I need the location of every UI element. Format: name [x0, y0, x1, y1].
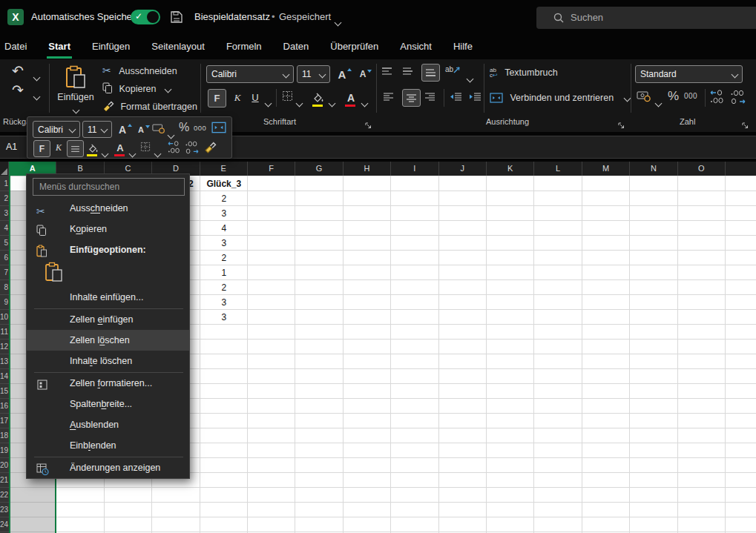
- cell-E5[interactable]: 3: [200, 236, 248, 251]
- cell-E6[interactable]: 2: [200, 251, 248, 265]
- underline-dropdown-icon[interactable]: [266, 96, 271, 109]
- mini-format-painter-button[interactable]: [204, 141, 217, 153]
- row-header-10[interactable]: 10: [0, 310, 9, 325]
- row-header-1[interactable]: 1: [0, 176, 9, 191]
- column-header-E[interactable]: E: [200, 162, 248, 176]
- fill-color-dropdown-icon[interactable]: [329, 96, 335, 109]
- bold-button[interactable]: F: [208, 89, 226, 107]
- mini-italic-button[interactable]: K: [53, 140, 65, 156]
- tab-Formeln[interactable]: Formeln: [225, 35, 263, 59]
- increase-font-button[interactable]: A: [335, 65, 353, 83]
- font-name-combo[interactable]: Calibri: [206, 65, 294, 83]
- font-dialog-launcher[interactable]: [365, 119, 372, 132]
- column-header-M[interactable]: M: [582, 162, 630, 176]
- row-header-23[interactable]: 23: [0, 503, 9, 517]
- accounting-dropdown-icon[interactable]: [656, 96, 661, 109]
- column-header-O[interactable]: O: [678, 162, 726, 176]
- column-header-H[interactable]: H: [344, 162, 391, 176]
- accounting-format-button[interactable]: [637, 90, 651, 102]
- tab-Start[interactable]: Start: [47, 35, 72, 59]
- row-header-17[interactable]: 17: [0, 414, 9, 428]
- menu-item-copy[interactable]: Kopieren: [27, 219, 189, 239]
- align-right-button[interactable]: [424, 92, 435, 101]
- row-header-19[interactable]: 19: [0, 443, 9, 458]
- align-left-button[interactable]: [383, 92, 394, 101]
- tab-Seitenlayout[interactable]: Seitenlayout: [150, 35, 206, 59]
- font-color-button[interactable]: A: [344, 89, 358, 106]
- mini-font-name-combo[interactable]: Calibri: [33, 121, 80, 138]
- mini-borders-dropdown-icon[interactable]: [155, 146, 160, 159]
- column-header-L[interactable]: L: [534, 162, 582, 176]
- row-header-12[interactable]: 12: [0, 340, 9, 354]
- row-header-7[interactable]: 7: [0, 265, 9, 280]
- mini-decrease-font-button[interactable]: A: [135, 122, 151, 138]
- undo-button[interactable]: ↶: [12, 62, 24, 79]
- paste-option-button[interactable]: [45, 262, 67, 284]
- row-header-3[interactable]: 3: [0, 206, 9, 221]
- mini-accounting-button[interactable]: [152, 123, 165, 134]
- mini-font-size-combo[interactable]: 11: [82, 121, 112, 138]
- borders-button[interactable]: [282, 90, 293, 102]
- menu-item-show-changes[interactable]: Änderungen anzeigen: [27, 457, 189, 478]
- tab-Ansicht[interactable]: Ansicht: [398, 35, 433, 59]
- cell-E4[interactable]: 4: [200, 221, 248, 236]
- name-box[interactable]: A1: [6, 142, 17, 152]
- column-header-I[interactable]: I: [391, 162, 438, 176]
- mini-comma-button[interactable]: 000: [194, 124, 206, 132]
- redo-button[interactable]: ↷: [12, 82, 24, 98]
- decrease-indent-button[interactable]: [450, 92, 462, 101]
- underline-button[interactable]: U: [248, 89, 263, 106]
- tab-Überprüfen[interactable]: Überprüfen: [329, 35, 380, 59]
- row-header-4[interactable]: 4: [0, 221, 9, 236]
- column-header-J[interactable]: J: [439, 162, 487, 176]
- menu-item-clear-contents[interactable]: Inhalte löschen: [27, 351, 189, 371]
- undo-dropdown[interactable]: [34, 70, 39, 83]
- row-header-18[interactable]: 18: [0, 428, 9, 443]
- menu-item-format-cells[interactable]: Zellen formatieren...: [27, 373, 189, 394]
- alignment-dialog-launcher[interactable]: [618, 119, 625, 132]
- autosave-toggle[interactable]: ✓: [131, 10, 160, 24]
- font-size-combo[interactable]: 11: [297, 65, 330, 83]
- menu-item-column-width[interactable]: Spaltenbreite...: [27, 394, 189, 414]
- cell-E1[interactable]: Glück_3: [200, 176, 248, 191]
- font-color-dropdown-icon[interactable]: [362, 96, 367, 109]
- mini-fill-dropdown-icon[interactable]: [102, 146, 108, 159]
- row-header-21[interactable]: 21: [0, 473, 9, 488]
- menu-item-delete-cells[interactable]: Zellen löschen: [27, 330, 189, 351]
- cell-E2[interactable]: 2: [200, 191, 248, 206]
- cell-E7[interactable]: 1: [200, 265, 248, 280]
- row-header-16[interactable]: 16: [0, 399, 9, 414]
- row-header-14[interactable]: 14: [0, 369, 9, 384]
- row-header-22[interactable]: 22: [0, 488, 9, 503]
- menu-item-unhide[interactable]: Einblenden: [27, 435, 189, 456]
- menu-search-input[interactable]: Menüs durchsuchen: [33, 178, 185, 196]
- column-header-F[interactable]: F: [248, 162, 295, 176]
- excel-logo-icon[interactable]: X: [7, 9, 24, 25]
- orientation-button[interactable]: ab: [445, 65, 461, 73]
- decrease-decimal-button[interactable]: [730, 90, 746, 105]
- save-icon[interactable]: [169, 10, 184, 27]
- column-header-G[interactable]: G: [295, 162, 343, 176]
- mini-merge-button[interactable]: [211, 122, 226, 133]
- increase-decimal-button[interactable]: [709, 90, 726, 105]
- menu-item-hide[interactable]: Ausblenden: [27, 414, 189, 435]
- align-top-button[interactable]: [381, 67, 392, 76]
- merge-center-button[interactable]: Verbinden und zentrieren: [490, 90, 630, 104]
- row-header-2[interactable]: 2: [0, 191, 9, 206]
- tab-Hilfe[interactable]: Hilfe: [452, 35, 474, 59]
- cell-E8[interactable]: 2: [200, 280, 248, 295]
- menu-item-cut[interactable]: ✂ Ausschneiden: [27, 198, 189, 219]
- number-format-combo[interactable]: Standard: [635, 65, 743, 83]
- row-header-15[interactable]: 15: [0, 384, 9, 399]
- wrap-text-button[interactable]: abc↩ Textumbruch: [490, 65, 558, 79]
- mini-increase-decimal-button[interactable]: [167, 141, 182, 154]
- orientation-dropdown-icon[interactable]: [467, 71, 473, 85]
- row-header-11[interactable]: 11: [0, 325, 9, 340]
- decrease-font-button[interactable]: A: [356, 65, 374, 83]
- copy-button[interactable]: Kopieren: [102, 82, 171, 95]
- mini-increase-font-button[interactable]: A: [116, 122, 133, 138]
- cell-E3[interactable]: 3: [200, 206, 248, 221]
- align-center-button[interactable]: [402, 89, 421, 107]
- menu-item-insert-cells[interactable]: Zellen einfügen: [27, 309, 189, 330]
- row-header-5[interactable]: 5: [0, 236, 9, 251]
